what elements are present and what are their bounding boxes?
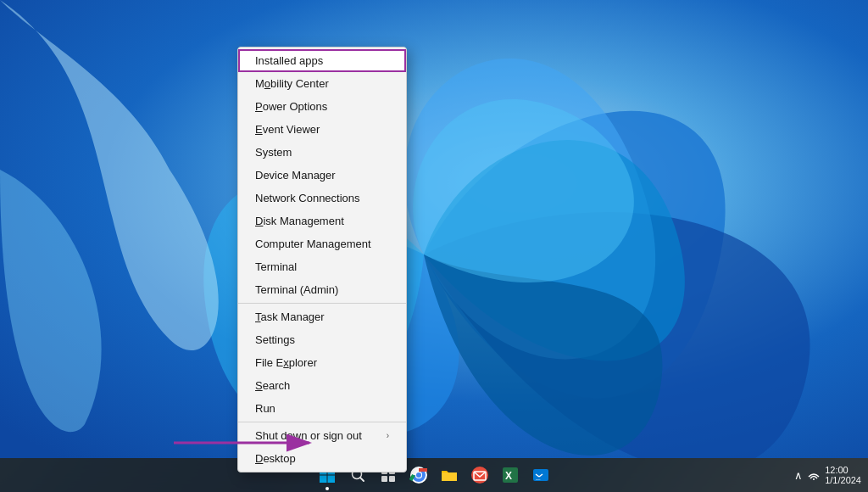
svg-rect-12 bbox=[389, 476, 395, 482]
menu-item-event-viewer[interactable]: Event Viewer bbox=[238, 118, 406, 141]
system-tray: ∧ 12:001/1/2024 bbox=[794, 465, 861, 485]
menu-item-system[interactable]: System bbox=[238, 141, 406, 164]
clock: 12:001/1/2024 bbox=[825, 465, 861, 485]
menu-item-power-options[interactable]: Power Options bbox=[238, 95, 406, 118]
menu-item-task-manager[interactable]: Task Manager bbox=[238, 305, 406, 328]
taskbar-excel[interactable]: X bbox=[497, 461, 524, 489]
svg-point-24 bbox=[813, 478, 815, 480]
svg-point-15 bbox=[416, 472, 421, 478]
menu-item-disk-management[interactable]: Disk Management bbox=[238, 210, 406, 232]
svg-text:X: X bbox=[505, 470, 512, 482]
svg-rect-6 bbox=[328, 476, 336, 484]
menu-item-terminal[interactable]: Terminal bbox=[238, 255, 406, 278]
menu-item-terminal-admin[interactable]: Terminal (Admin) bbox=[238, 278, 406, 301]
menu-item-device-manager[interactable]: Device Manager bbox=[238, 164, 406, 187]
taskbar-file-explorer[interactable] bbox=[436, 461, 463, 489]
menu-item-file-explorer[interactable]: File Explorer bbox=[238, 351, 406, 374]
menu-item-computer-management[interactable]: Computer Management bbox=[238, 232, 406, 255]
menu-item-search[interactable]: Search bbox=[238, 374, 406, 397]
tray-icons: ∧ bbox=[794, 469, 803, 482]
tray-network bbox=[808, 468, 820, 482]
wallpaper bbox=[0, 0, 868, 458]
submenu-chevron: › bbox=[387, 431, 389, 440]
menu-item-network-connections[interactable]: Network Connections bbox=[238, 187, 406, 210]
menu-item-settings[interactable]: Settings bbox=[238, 328, 406, 351]
svg-line-8 bbox=[360, 478, 364, 481]
arrow-annotation bbox=[165, 426, 335, 460]
menu-divider bbox=[238, 422, 406, 422]
taskbar-chrome[interactable] bbox=[405, 461, 432, 489]
menu-item-mobility-center[interactable]: Mobility Center bbox=[238, 72, 406, 95]
svg-rect-5 bbox=[320, 476, 327, 484]
menu-divider bbox=[238, 303, 406, 304]
svg-rect-11 bbox=[381, 476, 387, 482]
menu-item-run[interactable]: Run bbox=[238, 397, 406, 420]
context-menu: Installed appsMobility CenterPower Optio… bbox=[237, 47, 407, 472]
taskbar-mail[interactable] bbox=[466, 461, 493, 489]
menu-item-installed-apps[interactable]: Installed apps bbox=[238, 49, 406, 72]
taskbar-terminal[interactable]: _ bbox=[527, 461, 554, 489]
desktop: Installed appsMobility CenterPower Optio… bbox=[0, 0, 868, 492]
taskbar: X _ ∧ 12:001/1/2024 bbox=[0, 458, 868, 492]
